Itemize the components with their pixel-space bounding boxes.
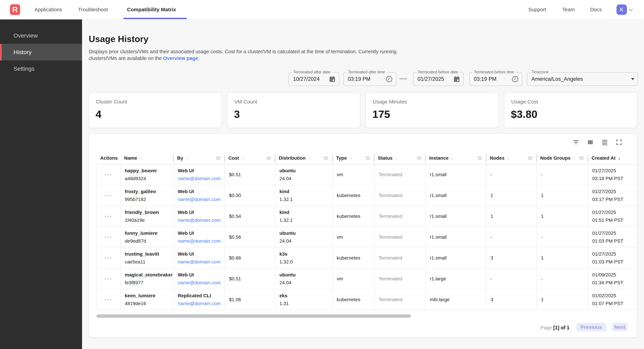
terminated-after-time-field[interactable]: Terminated after time 03:19 PM	[343, 72, 396, 86]
cell-value: $0.51	[229, 172, 275, 177]
cell-type: kubernetes	[332, 289, 374, 310]
terminated-before-time-field[interactable]: Terminated before time 03:19 PM	[469, 72, 522, 86]
row-actions-button[interactable]: •••	[104, 255, 112, 261]
cell-cost: $0.51	[224, 164, 275, 185]
column-drag-handle[interactable]	[216, 157, 220, 159]
column-header-name[interactable]: Name↑↓	[120, 152, 173, 164]
cell-value: 1	[541, 297, 588, 302]
row-actions-button[interactable]: •••	[104, 172, 112, 177]
column-header-nodes[interactable]: Nodes↑↓	[486, 152, 536, 164]
column-drag-handle[interactable]	[324, 157, 328, 159]
row-actions-button[interactable]: •••	[104, 214, 112, 219]
column-drag-handle[interactable]	[417, 157, 421, 159]
table-row: •••frosty_galileo995b7182Web UIname@doma…	[96, 185, 637, 206]
column-drag-handle[interactable]	[478, 157, 482, 159]
density-icon[interactable]	[601, 139, 608, 146]
cell-type: kubernetes	[332, 206, 374, 227]
column-drag-handle[interactable]	[266, 157, 271, 159]
columns-icon[interactable]	[587, 139, 594, 146]
cell-type: vm	[332, 269, 374, 289]
previous-page-button[interactable]: Previous	[576, 323, 606, 332]
brand-logo[interactable]: R	[10, 4, 20, 15]
cell-by: Web UIname@domain.com	[173, 206, 224, 227]
sidebar-item-overview[interactable]: Overview	[0, 27, 82, 44]
email-link[interactable]: name@domain.com	[178, 218, 224, 223]
cell-cost: $0.00	[224, 185, 275, 206]
cell-created_at: 01/09/202501:34 PM PST	[588, 269, 637, 289]
stat-card-usage-minutes: Usage Minutes 175	[366, 92, 499, 128]
avatar[interactable]: K	[616, 4, 627, 15]
email-link[interactable]: name@domain.com	[178, 197, 224, 202]
column-header-type[interactable]: Type↑↓	[332, 152, 374, 164]
row-actions-button[interactable]: •••	[104, 276, 112, 282]
cell-type: kubernetes	[332, 248, 374, 268]
cell-status: Terminated	[374, 164, 426, 185]
cell-value: m6i.large	[430, 297, 486, 302]
nav-item-team[interactable]: Team	[562, 0, 575, 19]
cell-value: -	[541, 234, 588, 240]
column-header-cost[interactable]: Cost↑↓	[224, 152, 275, 164]
stat-value: 175	[372, 108, 390, 120]
nav-item-applications[interactable]: Applications	[34, 0, 62, 19]
chevron-down-icon[interactable]	[628, 6, 634, 14]
nav-item-support[interactable]: Support	[528, 0, 546, 19]
column-header-status[interactable]: Status↑↓	[374, 152, 426, 164]
cell-line1: ubuntu	[280, 231, 332, 236]
column-drag-handle[interactable]	[366, 157, 370, 159]
column-header-by[interactable]: By↑↓	[173, 152, 224, 164]
cell-line2: a48d9324	[125, 176, 173, 181]
email-link[interactable]: name@domain.com	[178, 259, 224, 265]
nav-item-docs[interactable]: Docs	[590, 0, 602, 19]
column-header-distribution[interactable]: Distribution↑↓	[275, 152, 332, 164]
row-actions-button[interactable]: •••	[104, 297, 112, 302]
dropdown-caret-icon[interactable]	[631, 78, 634, 80]
column-label: Name	[124, 155, 137, 161]
cell-line1: ubuntu	[280, 272, 332, 278]
calendar-icon[interactable]	[453, 75, 460, 83]
email-link[interactable]: name@domain.com	[178, 176, 224, 181]
horizontal-scrollbar-thumb[interactable]	[96, 314, 411, 318]
nav-item-compatibility-matrix[interactable]: Compatibility Matrix	[127, 0, 176, 19]
clock-icon[interactable]	[511, 75, 519, 83]
cell-value: r1.large	[430, 276, 486, 282]
cell-value: r1.small	[430, 214, 486, 219]
column-drag-handle[interactable]	[579, 157, 584, 159]
row-actions-button[interactable]: •••	[104, 235, 112, 240]
cell-distribution: kind1.32.1	[275, 206, 332, 227]
cell-status: Terminated	[374, 185, 426, 206]
sidebar-item-settings[interactable]: Settings	[0, 60, 82, 77]
cell-line2: 01:03 PM PST	[592, 238, 637, 244]
cell-created_at: 01/27/202503:18 PM PST	[588, 164, 637, 185]
cell-line2: fe3f8977	[125, 280, 173, 286]
calendar-icon[interactable]	[329, 75, 336, 83]
next-page-button[interactable]: Next	[612, 323, 628, 332]
cell-name: keen_lumiere4819de16	[120, 289, 173, 310]
cell-value: vm	[337, 276, 374, 282]
field-label: Terminated after time	[346, 70, 386, 74]
cell-instance: r1.small	[426, 206, 486, 227]
email-link[interactable]: name@domain.com	[178, 238, 224, 244]
row-actions-button[interactable]: •••	[104, 193, 112, 198]
status-text: Terminated	[378, 193, 426, 198]
column-header-created_at[interactable]: Created At↓	[588, 152, 637, 164]
column-header-node_groups[interactable]: Node Groups↑↓	[536, 152, 588, 164]
nav-item-troubleshoot[interactable]: Troubleshoot	[78, 0, 108, 19]
fullscreen-icon[interactable]	[616, 139, 622, 146]
terminated-after-date-field[interactable]: Terminated after date 10/27/2024	[289, 72, 339, 86]
email-link[interactable]: name@domain.com	[178, 301, 224, 306]
cell-line2: 01:07 PM PST	[592, 301, 637, 306]
clock-icon[interactable]	[386, 75, 393, 83]
column-header-instance[interactable]: Instance↑↓	[426, 152, 486, 164]
column-drag-handle[interactable]	[528, 157, 532, 159]
terminated-before-date-field[interactable]: Terminated before date 01/27/2025	[413, 72, 464, 86]
overview-page-link[interactable]: Overview page	[163, 55, 198, 61]
sort-icon: ↑↓	[394, 156, 398, 161]
sidebar-item-history[interactable]: History	[0, 44, 82, 60]
filter-icon[interactable]	[572, 139, 580, 146]
column-label: Actions	[100, 155, 118, 161]
cell-line2: 1.32.0	[280, 259, 332, 265]
usage-history-table: ActionsName↑↓By↑↓Cost↑↓Distribution↑↓Typ…	[96, 152, 637, 310]
timezone-select[interactable]: Timezone America/Los_Angeles	[527, 72, 638, 86]
email-link[interactable]: name@domain.com	[178, 280, 224, 286]
cell-line1: 01/27/2025	[592, 210, 637, 215]
